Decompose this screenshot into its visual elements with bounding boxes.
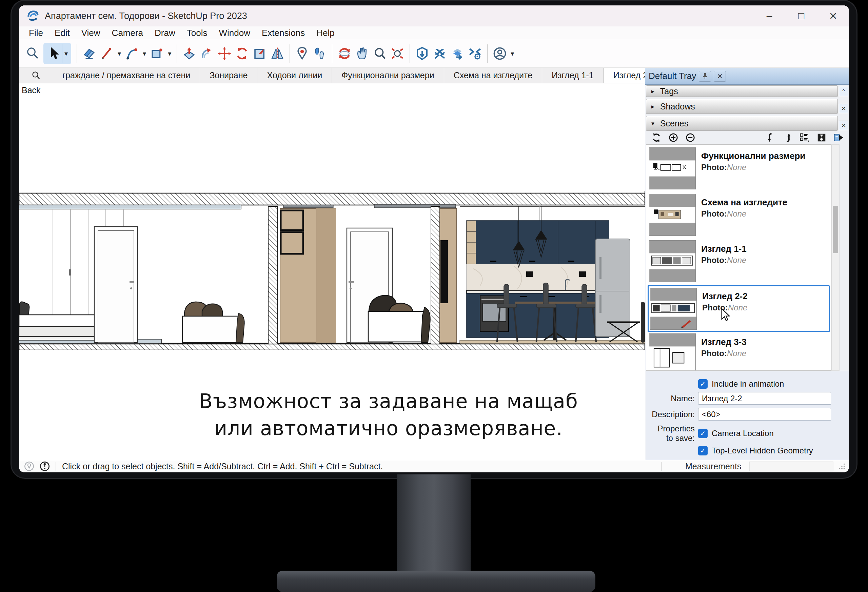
menu-extensions[interactable]: Extensions (256, 27, 311, 39)
arc-dropdown-caret[interactable]: ▾ (141, 50, 148, 57)
countertop (466, 290, 616, 293)
menu-help[interactable]: Help (311, 27, 340, 39)
pan-tool-icon[interactable] (353, 44, 371, 63)
scene-tab-functional-dims[interactable]: Функционални размери (332, 68, 444, 83)
extension-warehouse-icon[interactable] (431, 44, 449, 63)
close-button[interactable]: ✕ (817, 6, 849, 27)
camera-location-checkbox[interactable]: ✓ (698, 429, 708, 438)
remove-scene-icon[interactable] (682, 131, 698, 144)
scene-tab-view-scheme[interactable]: Схема на изгледите (444, 68, 542, 83)
select-dropdown-caret[interactable]: ▾ (62, 50, 70, 57)
scene-item-view-2-2[interactable]: Изглед 2-2 Photo:None (648, 285, 830, 332)
section-plane-tool-icon[interactable] (251, 44, 269, 63)
scene-name: Изглед 3-3 (701, 337, 747, 348)
scene-search-button[interactable] (19, 68, 53, 83)
scene-tab-view-1-1[interactable]: Изглед 1-1 (542, 68, 604, 83)
description-row: Description: (646, 408, 849, 421)
include-animation-checkbox[interactable]: ✓ (698, 379, 708, 389)
add-scene-icon[interactable] (666, 131, 681, 144)
model-canvas[interactable]: Back (19, 83, 645, 460)
eraser-tool-icon[interactable] (80, 44, 98, 63)
minimize-button[interactable]: – (753, 6, 785, 27)
scene-list-scrollbar[interactable] (831, 144, 840, 371)
walk-tool-icon[interactable] (311, 44, 329, 63)
show-details-icon[interactable] (831, 131, 846, 144)
sketchup-logo-icon (27, 9, 39, 22)
update-scene-icon[interactable] (649, 131, 664, 144)
move-scene-down-icon[interactable] (763, 131, 778, 144)
update-thumbnail-icon[interactable] (814, 131, 830, 144)
account-avatar-icon[interactable] (491, 44, 509, 63)
tray-pin-button[interactable] (699, 71, 711, 82)
zoom-extents-icon[interactable] (388, 44, 406, 63)
flip-tool-icon[interactable] (269, 44, 286, 63)
scene-item-view-1-1[interactable]: Изглед 1-1 Photo:None (648, 239, 830, 285)
menu-file[interactable]: File (23, 27, 49, 39)
scene-item-view-scheme[interactable]: Схема на изгледите Photo:None (648, 193, 830, 239)
rotate-tool-icon[interactable] (233, 44, 251, 63)
menu-edit[interactable]: Edit (49, 27, 75, 39)
arc-tool-icon[interactable] (123, 44, 141, 63)
ceiling-hatch (19, 193, 645, 205)
top-level-hidden-geometry-checkbox[interactable]: ✓ (698, 446, 708, 455)
follow-me-tool-icon[interactable] (198, 44, 216, 63)
tray-scroll-up-button[interactable]: ^ (839, 87, 848, 96)
menu-tools[interactable]: Tools (181, 27, 213, 39)
caption-line-1: Възможност за задаване на мащаб (127, 388, 645, 415)
line-tool-icon[interactable] (98, 44, 116, 63)
resize-grip-icon[interactable] (838, 462, 846, 470)
extension-manager-icon[interactable] (466, 44, 484, 63)
scene-name-input[interactable] (698, 392, 831, 405)
scene-item-functional-dims[interactable]: Функционални размери Photo:None (648, 146, 830, 193)
section-shadows-close-button[interactable]: ✕ (839, 104, 848, 113)
move-tool-icon[interactable] (216, 44, 233, 63)
scene-description-input[interactable] (698, 408, 831, 421)
sketchup-window: Апартамент сем. Тодорови - SketchUp Pro … (19, 6, 849, 473)
section-shadows[interactable]: ► Shadows (646, 99, 838, 114)
menu-camera[interactable]: Camera (106, 27, 149, 39)
orbit-tool-icon[interactable] (336, 44, 353, 63)
scene-list: Функционални размери Photo:None (646, 144, 831, 371)
info-icon[interactable] (39, 461, 50, 472)
wall-cut-1 (268, 206, 278, 344)
scene-item-view-3-3[interactable]: Изглед 3-3 Photo:None (648, 332, 830, 371)
zoom-window-icon[interactable] (24, 44, 41, 63)
menu-window[interactable]: Window (213, 27, 255, 39)
rectangle-dropdown-caret[interactable]: ▾ (166, 50, 173, 57)
line-dropdown-caret[interactable]: ▾ (116, 50, 123, 57)
zoom-tool-icon[interactable] (371, 44, 388, 63)
geolocation-icon[interactable] (24, 461, 35, 472)
scene-tab-walls[interactable]: граждане / премахване на стени (53, 68, 200, 83)
rectangle-tool-icon[interactable] (148, 44, 166, 63)
statusbar-separator (56, 462, 56, 471)
menu-view[interactable]: View (75, 27, 106, 39)
kitchen (466, 206, 645, 343)
section-tags[interactable]: ► Tags (646, 85, 838, 97)
position-camera-icon[interactable] (293, 44, 311, 63)
scene-tab-walklines[interactable]: Ходови линии (257, 68, 332, 83)
statusbar: Click or drag to select objects. Shift =… (19, 460, 849, 473)
include-animation-label: Include in animation (712, 379, 784, 389)
3d-warehouse-icon[interactable] (413, 44, 431, 63)
select-tool-active[interactable]: ▾ (43, 43, 71, 64)
back-label[interactable]: Back (22, 85, 41, 95)
scene-tab-zoning[interactable]: Зониране (200, 68, 257, 83)
select-tool-icon[interactable] (45, 44, 62, 63)
wardrobe-wood (280, 208, 336, 343)
tv-panel (440, 208, 457, 343)
section-scenes[interactable]: ▼ Scenes (646, 116, 838, 131)
scrollbar-thumb[interactable] (833, 206, 838, 253)
share-model-icon[interactable] (449, 44, 466, 63)
measurements-input[interactable] (749, 461, 833, 471)
menu-draw[interactable]: Draw (149, 27, 181, 39)
main-row: граждане / премахване на стени Зониране … (19, 68, 849, 460)
account-dropdown-caret[interactable]: ▾ (509, 50, 516, 57)
view-options-icon[interactable] (797, 131, 812, 144)
scene-photo: Photo:None (701, 209, 787, 219)
push-pull-tool-icon[interactable] (180, 44, 198, 63)
section-scenes-close-button[interactable]: ✕ (839, 121, 848, 130)
search-icon (31, 71, 41, 81)
tray-close-button[interactable]: ✕ (714, 71, 726, 82)
move-scene-up-icon[interactable] (780, 131, 796, 144)
maximize-button[interactable]: □ (785, 6, 817, 27)
